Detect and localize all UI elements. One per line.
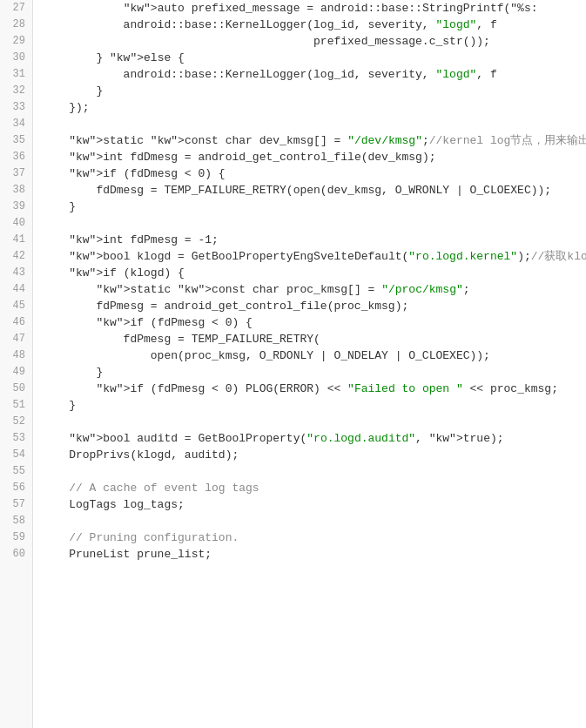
line-number: 52 — [7, 414, 25, 430]
code-line: "kw">if (fdDmesg < 0) { — [42, 165, 586, 182]
code-line: // Pruning configuration. — [42, 529, 586, 546]
line-number: 29 — [7, 33, 25, 50]
code-line: } — [42, 397, 586, 414]
code-line: "kw">if (fdPmesg < 0) { — [42, 314, 586, 331]
code-line: DropPrivs(klogd, auditd); — [42, 447, 586, 463]
code-line: } — [42, 199, 586, 215]
line-number: 32 — [7, 83, 25, 99]
line-number: 28 — [7, 17, 25, 33]
code-content[interactable]: "kw">auto prefixed_message = android::ba… — [33, 0, 586, 728]
code-line: "kw">bool klogd = GetBoolPropertyEngSvel… — [42, 248, 586, 265]
code-line: "kw">if (fdPmesg < 0) PLOG(ERROR) << "Fa… — [42, 381, 586, 397]
code-line: "kw">auto prefixed_message = android::ba… — [42, 0, 586, 17]
code-line: open(proc_kmsg, O_RDONLY | O_NDELAY | O_… — [42, 347, 586, 364]
code-line: } "kw">else { — [42, 50, 586, 66]
line-number: 56 — [7, 480, 25, 496]
code-line — [42, 215, 586, 232]
code-line: LogTags log_tags; — [42, 496, 586, 513]
line-number: 47 — [7, 331, 25, 347]
line-number: 54 — [7, 447, 25, 463]
line-number: 31 — [7, 66, 25, 83]
line-numbers: 2728293031323334353637383940414243444546… — [0, 0, 33, 728]
line-number: 40 — [7, 215, 25, 232]
code-line — [42, 463, 586, 480]
code-line: }); — [42, 99, 586, 116]
line-number: 30 — [7, 50, 25, 66]
code-line — [42, 513, 586, 529]
code-line: } — [42, 83, 586, 99]
code-line — [42, 116, 586, 132]
line-number: 49 — [7, 364, 25, 381]
line-number: 43 — [7, 265, 25, 281]
line-number: 46 — [7, 314, 25, 331]
code-line: fdPmesg = TEMP_FAILURE_RETRY( — [42, 331, 586, 347]
line-number: 36 — [7, 149, 25, 165]
line-number: 59 — [7, 529, 25, 546]
line-number: 57 — [7, 496, 25, 513]
line-number: 44 — [7, 281, 25, 298]
line-number: 41 — [7, 232, 25, 248]
line-number: 35 — [7, 132, 25, 149]
line-number: 60 — [7, 546, 25, 563]
line-number: 45 — [7, 298, 25, 314]
line-number: 33 — [7, 99, 25, 116]
line-number: 58 — [7, 513, 25, 529]
line-number: 55 — [7, 463, 25, 480]
line-number: 34 — [7, 116, 25, 132]
code-editor: 2728293031323334353637383940414243444546… — [0, 0, 586, 728]
line-number: 37 — [7, 165, 25, 182]
code-line: } — [42, 364, 586, 381]
line-number: 53 — [7, 430, 25, 447]
line-number: 42 — [7, 248, 25, 265]
code-line — [42, 414, 586, 430]
line-number: 51 — [7, 397, 25, 414]
code-line: "kw">bool auditd = GetBoolProperty("ro.l… — [42, 430, 586, 447]
code-line: "kw">int fdPmesg = -1; — [42, 232, 586, 248]
line-number: 39 — [7, 199, 25, 215]
code-line: // A cache of event log tags — [42, 480, 586, 496]
line-number: 27 — [7, 0, 25, 17]
code-line: prefixed_message.c_str()); — [42, 33, 586, 50]
code-line: "kw">static "kw">const char proc_kmsg[] … — [42, 281, 586, 298]
code-line: fdDmesg = TEMP_FAILURE_RETRY(open(dev_km… — [42, 182, 586, 199]
code-line: "kw">int fdDmesg = android_get_control_f… — [42, 149, 586, 165]
code-line: android::base::KernelLogger(log_id, seve… — [42, 66, 586, 83]
code-line: "kw">if (klogd) { — [42, 265, 586, 281]
line-number: 50 — [7, 381, 25, 397]
code-line: fdPmesg = android_get_control_file(proc_… — [42, 298, 586, 314]
line-number: 38 — [7, 182, 25, 199]
code-line: PruneList prune_list; — [42, 546, 586, 563]
code-line: "kw">static "kw">const char dev_kmsg[] =… — [42, 132, 586, 149]
code-line: android::base::KernelLogger(log_id, seve… — [42, 17, 586, 33]
line-number: 48 — [7, 347, 25, 364]
